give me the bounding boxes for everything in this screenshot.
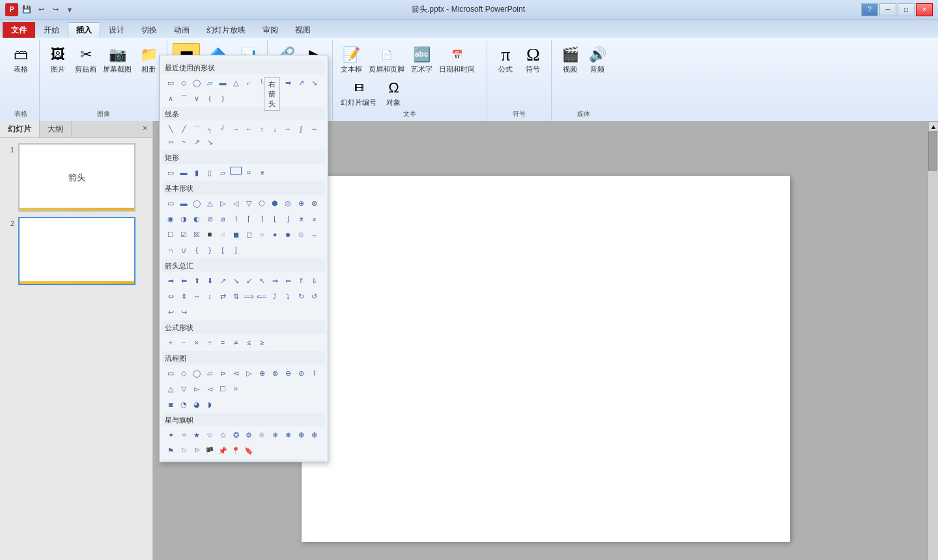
line-arrow6[interactable]: ↘ bbox=[204, 136, 216, 148]
basic9[interactable]: ⬢ bbox=[269, 197, 281, 209]
eq6[interactable]: ≠ bbox=[230, 337, 242, 348]
line-double[interactable]: ↔ bbox=[282, 123, 294, 135]
rect6[interactable] bbox=[230, 167, 242, 175]
basic6[interactable]: ◁ bbox=[230, 197, 242, 209]
flow9[interactable]: ⊗ bbox=[269, 367, 281, 379]
line-arrow1[interactable]: → bbox=[230, 123, 242, 135]
arr23[interactable]: ↻ bbox=[295, 290, 307, 302]
basic11[interactable]: ⊕ bbox=[295, 197, 307, 209]
shape-r1[interactable]: ∧ bbox=[165, 92, 177, 104]
flow2[interactable]: ◇ bbox=[178, 367, 190, 379]
star2[interactable]: ✧ bbox=[178, 429, 190, 441]
basic14[interactable]: ◑ bbox=[178, 213, 190, 225]
basic20[interactable]: ⌉ bbox=[256, 213, 268, 225]
shape-corn1[interactable]: ⌐ bbox=[243, 77, 255, 89]
flow5[interactable]: ⊳ bbox=[217, 367, 229, 379]
star11[interactable]: ❆ bbox=[295, 429, 307, 441]
tab-review[interactable]: 审阅 bbox=[254, 22, 287, 38]
shape-s2[interactable]: ↘ bbox=[308, 77, 320, 89]
basic37[interactable]: ∩ bbox=[165, 244, 177, 256]
insert-video-btn[interactable]: 🎬 视频 bbox=[557, 43, 583, 75]
basic8[interactable]: ⬡ bbox=[256, 197, 268, 209]
close-btn[interactable]: ✕ bbox=[916, 3, 933, 16]
flow7[interactable]: ▷ bbox=[243, 367, 255, 379]
rect1[interactable]: ▭ bbox=[165, 167, 177, 178]
vertical-scrollbar[interactable]: ▲ ▼ △ ▽ bbox=[928, 121, 938, 560]
arr16[interactable]: ↕ bbox=[204, 290, 216, 302]
arr19[interactable]: ⟹ bbox=[243, 290, 255, 302]
arr20[interactable]: ⟸ bbox=[256, 290, 268, 302]
basic5[interactable]: ▷ bbox=[217, 197, 229, 209]
flow14[interactable]: ▽ bbox=[178, 383, 190, 395]
shape-rect2[interactable]: ▬ bbox=[217, 77, 229, 89]
shape-rect[interactable]: ▭ bbox=[165, 77, 177, 89]
rect7[interactable]: ⌗ bbox=[243, 167, 255, 178]
flag5[interactable]: 📌 bbox=[217, 445, 229, 456]
eq1[interactable]: + bbox=[165, 337, 177, 348]
basic19[interactable]: ⌈ bbox=[243, 213, 255, 225]
line-straight[interactable]: ╲ bbox=[165, 123, 177, 135]
star1[interactable]: ✦ bbox=[165, 429, 177, 441]
line-curve1[interactable]: ⌒ bbox=[191, 123, 203, 135]
flow15[interactable]: ▻ bbox=[191, 383, 203, 395]
arr24[interactable]: ↺ bbox=[308, 290, 320, 302]
eq3[interactable]: × bbox=[191, 337, 203, 348]
slide-preview-1[interactable]: 箭头 bbox=[18, 143, 135, 212]
slide-thumb-1[interactable]: 1 箭头 bbox=[5, 143, 147, 212]
redo-quick-btn[interactable]: ↪ bbox=[50, 4, 61, 16]
insert-textbox-btn[interactable]: 📝 文本框 bbox=[338, 43, 365, 75]
tab-design[interactable]: 设计 bbox=[100, 22, 133, 38]
basic40[interactable]: } bbox=[204, 244, 216, 256]
arr12[interactable]: ⇓ bbox=[308, 275, 320, 287]
line-arrow3[interactable]: ↑ bbox=[256, 123, 268, 135]
arr8[interactable]: ↖ bbox=[256, 275, 268, 287]
arr6[interactable]: ↘ bbox=[230, 275, 242, 287]
shape-rarrow[interactable]: ⇒右箭头 bbox=[269, 77, 281, 89]
tab-slideshow[interactable]: 幻灯片放映 bbox=[198, 22, 254, 38]
tab-outline[interactable]: 大纲 bbox=[40, 121, 72, 137]
shape-r3[interactable]: ∨ bbox=[191, 92, 203, 104]
close-slide-panel-btn[interactable]: × bbox=[137, 121, 152, 137]
arr18[interactable]: ⇅ bbox=[230, 290, 242, 302]
insert-equation-btn[interactable]: π 公式 bbox=[492, 43, 519, 75]
rect2[interactable]: ▬ bbox=[178, 167, 190, 178]
rect3[interactable]: ▮ bbox=[191, 167, 203, 178]
line-arrow2[interactable]: ← bbox=[243, 123, 255, 135]
basic36[interactable]: ⌣ bbox=[308, 229, 320, 240]
basic16[interactable]: ⊘ bbox=[204, 213, 216, 225]
tab-animations[interactable]: 动画 bbox=[165, 22, 198, 38]
basic4[interactable]: △ bbox=[204, 197, 216, 209]
insert-header-footer-btn[interactable]: 📄 页眉和页脚 bbox=[366, 43, 407, 75]
shape-r5[interactable]: } bbox=[217, 92, 229, 104]
qa-dropdown-btn[interactable]: ▼ bbox=[64, 4, 76, 16]
arr22[interactable]: ⤵ bbox=[282, 290, 294, 302]
flow1[interactable]: ▭ bbox=[165, 367, 177, 379]
arr10[interactable]: ⇐ bbox=[282, 275, 294, 287]
rect5[interactable]: ▱ bbox=[217, 167, 229, 178]
eq2[interactable]: − bbox=[178, 337, 190, 348]
eq7[interactable]: ≤ bbox=[243, 337, 255, 348]
arr4[interactable]: ⬇ bbox=[204, 275, 216, 287]
flow19[interactable]: ◙ bbox=[165, 399, 177, 410]
minimize-btn[interactable]: ─ bbox=[879, 3, 896, 16]
star9[interactable]: ❄ bbox=[269, 429, 281, 441]
eq5[interactable]: = bbox=[217, 337, 229, 348]
star12[interactable]: ❇ bbox=[308, 429, 320, 441]
arr5[interactable]: ↗ bbox=[217, 275, 229, 287]
basic15[interactable]: ◐ bbox=[191, 213, 203, 225]
flow20[interactable]: ◔ bbox=[178, 399, 190, 410]
basic17[interactable]: ⌀ bbox=[217, 213, 229, 225]
star6[interactable]: ✪ bbox=[230, 429, 242, 441]
flow12[interactable]: ⌇ bbox=[308, 367, 320, 379]
basic2[interactable]: ▬ bbox=[178, 197, 190, 209]
flag2[interactable]: ⚐ bbox=[178, 445, 190, 456]
line-elbow[interactable]: ╮ bbox=[204, 123, 216, 135]
insert-screenshot-btn[interactable]: 📷 屏幕截图 bbox=[100, 43, 134, 75]
shape-para[interactable]: ▱ bbox=[204, 77, 216, 89]
flow11[interactable]: ⊘ bbox=[295, 367, 307, 379]
basic41[interactable]: [ bbox=[217, 244, 229, 256]
arr1[interactable]: ➡ bbox=[165, 275, 177, 287]
flow16[interactable]: ◅ bbox=[204, 383, 216, 395]
tab-file[interactable]: 文件 bbox=[3, 22, 35, 38]
line-bend3[interactable]: ∾ bbox=[165, 136, 177, 148]
